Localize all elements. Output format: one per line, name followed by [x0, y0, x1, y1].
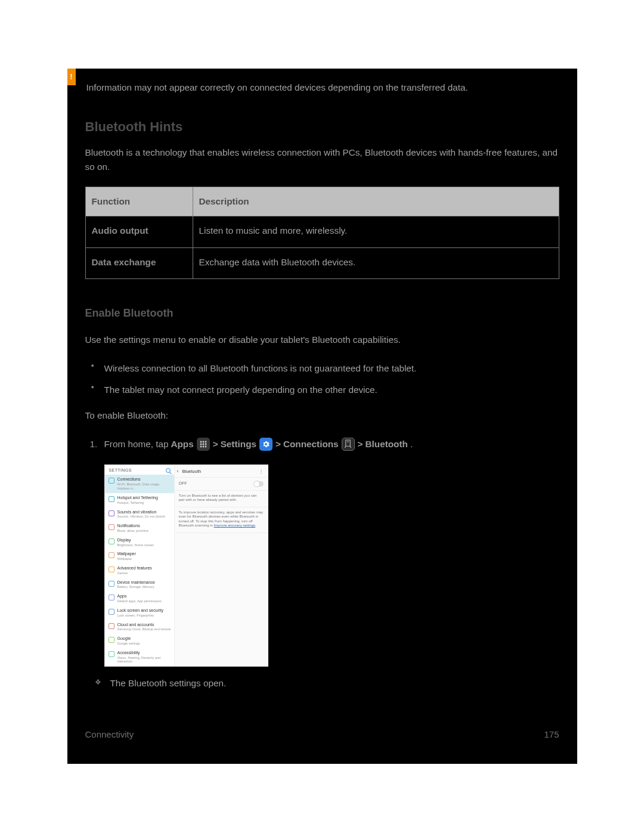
menu-item-subtitle: Games — [117, 571, 152, 575]
col-description: Description — [193, 187, 559, 216]
menu-item-icon — [109, 510, 114, 516]
svg-point-8 — [205, 445, 206, 447]
menu-item-icon — [109, 609, 114, 615]
menu-item-title: Lock screen and security — [117, 608, 163, 614]
enable-bullet-list: Wireless connection to all Bluetooth fun… — [67, 354, 577, 404]
connections-icon — [342, 438, 355, 451]
svg-point-3 — [200, 443, 202, 445]
col-function: Function — [85, 187, 193, 216]
menu-item-subtitle: Sounds, Vibration, Do not disturb — [117, 515, 166, 519]
settings-menu-item[interactable]: Lock screen and securityLock screen, Fin… — [105, 606, 174, 620]
separator: > — [275, 437, 281, 451]
settings-menu-item[interactable]: Device maintenanceBattery, Storage, Memo… — [105, 578, 174, 592]
menu-item-subtitle: Wi-Fi, Bluetooth, Data usage, Airplane m… — [117, 482, 171, 491]
accuracy-link[interactable]: Improve accuracy settings — [214, 524, 256, 527]
menu-item-title: Device maintenance — [117, 580, 155, 586]
connections-label: Connections — [283, 437, 339, 451]
cell-function: Audio output — [85, 216, 193, 247]
function-table: Function Description Audio output Listen… — [85, 187, 559, 279]
settings-header: SETTINGS — [109, 468, 132, 473]
list-item: The tablet may not connect properly depe… — [104, 379, 559, 401]
menu-item-title: Advanced features — [117, 566, 152, 571]
list-item: Wireless connection to all Bluetooth fun… — [104, 358, 559, 379]
step-number: 1. — [90, 437, 98, 451]
menu-item-title: Notifications — [117, 524, 149, 529]
settings-menu-item[interactable]: Sounds and vibrationSounds, Vibration, D… — [105, 507, 174, 522]
svg-point-9 — [348, 442, 348, 442]
step-text: From home, tap — [104, 437, 169, 451]
search-icon[interactable] — [166, 468, 171, 473]
svg-point-2 — [205, 441, 206, 442]
svg-point-7 — [202, 445, 204, 447]
more-icon[interactable]: ⋮ — [259, 469, 264, 474]
menu-item-title: Wallpaper — [117, 552, 136, 557]
bluetooth-header: Bluetooth — [182, 469, 202, 474]
menu-item-subtitle: Wallpaper — [117, 557, 136, 561]
settings-menu-item[interactable]: AppsDefault apps, App permissions — [105, 592, 174, 606]
separator: > — [213, 437, 218, 451]
menu-item-title: Hotspot and Tethering — [117, 496, 158, 501]
menu-item-subtitle: Brightness, Home screen — [117, 543, 154, 547]
result-list: The Bluetooth settings open. — [67, 667, 577, 698]
result-item: The Bluetooth settings open. — [104, 673, 559, 694]
settings-menu-item[interactable]: GoogleGoogle settings — [105, 634, 174, 648]
cell-description: Listen to music and more, wirelessly. — [193, 216, 559, 247]
menu-item-icon — [109, 524, 114, 530]
apps-label: Apps — [171, 437, 193, 451]
section-title-enable: Enable Bluetooth — [67, 279, 577, 328]
menu-item-subtitle: Default apps, App permissions — [117, 599, 162, 603]
menu-item-subtitle: Vision, Hearing, Dexterity and interacti… — [117, 656, 171, 664]
menu-item-icon — [109, 623, 114, 629]
settings-label: Settings — [221, 437, 256, 451]
off-label: OFF — [179, 481, 187, 487]
apps-icon — [197, 438, 210, 451]
menu-item-icon — [109, 496, 114, 502]
menu-item-subtitle: Samsung Cloud, Backup and restore — [117, 627, 171, 631]
menu-item-title: Sounds and vibration — [117, 510, 166, 515]
menu-item-icon — [109, 478, 114, 484]
bt-info-1: Turn on Bluetooth to see a list of devic… — [175, 491, 268, 507]
menu-item-title: Apps — [117, 594, 162, 599]
menu-item-icon — [109, 637, 114, 643]
settings-menu-item[interactable]: WallpaperWallpaper — [105, 549, 174, 563]
menu-item-icon — [109, 651, 114, 657]
menu-item-subtitle: Battery, Storage, Memory — [117, 585, 155, 589]
step-1: 1. From home, tap Apps > Settings — [104, 433, 559, 455]
settings-menu-item[interactable]: ConnectionsWi-Fi, Bluetooth, Data usage,… — [105, 475, 174, 493]
settings-menu-item[interactable]: Hotspot and TetheringHotspot, Tethering — [105, 493, 174, 507]
step-tail: . — [410, 437, 413, 451]
menu-item-icon — [109, 538, 114, 544]
table-row: Data exchange Exchange data with Bluetoo… — [85, 247, 559, 279]
menu-item-icon — [109, 566, 114, 572]
back-icon[interactable]: ‹ — [177, 468, 179, 475]
menu-item-title: Accessibility — [117, 651, 171, 656]
table-row: Audio output Listen to music and more, w… — [85, 216, 559, 247]
settings-menu-item[interactable]: Cloud and accountsSamsung Cloud, Backup … — [105, 620, 174, 634]
warning-block: ! Information may not appear correctly o… — [67, 69, 577, 110]
menu-item-title: Google — [117, 636, 140, 642]
section-title-hints: Bluetooth Hints — [67, 110, 577, 141]
svg-point-5 — [205, 443, 206, 445]
menu-item-icon — [109, 581, 114, 587]
menu-item-subtitle: Google settings — [117, 642, 140, 646]
menu-item-title: Display — [117, 538, 154, 543]
footer-section: Connectivity — [85, 727, 134, 741]
gear-icon — [259, 438, 273, 451]
hints-paragraph: Bluetooth is a technology that enables w… — [67, 141, 577, 181]
settings-menu-item[interactable]: Advanced featuresGames — [105, 563, 174, 578]
warning-text: Information may not appear correctly on … — [76, 69, 486, 95]
enable-paragraph: Use the settings menu to enable or disab… — [67, 328, 577, 354]
menu-item-title: Connections — [117, 477, 171, 482]
menu-item-subtitle: Hotspot, Tethering — [117, 501, 158, 505]
document-page: ! Information may not appear correctly o… — [67, 69, 577, 764]
page-footer: Connectivity 175 — [67, 698, 577, 752]
bluetooth-label: Bluetooth — [366, 437, 408, 451]
bluetooth-toggle[interactable] — [254, 481, 264, 487]
svg-point-1 — [202, 441, 204, 442]
settings-menu-item[interactable]: DisplayBrightness, Home screen — [105, 535, 174, 550]
settings-menu-item[interactable]: AccessibilityVision, Hearing, Dexterity … — [105, 648, 174, 667]
settings-menu-item[interactable]: NotificationsBlock, allow, prioritize — [105, 521, 174, 535]
menu-item-icon — [109, 552, 114, 558]
footer-page-number: 175 — [544, 727, 559, 741]
cell-function: Data exchange — [85, 247, 193, 279]
